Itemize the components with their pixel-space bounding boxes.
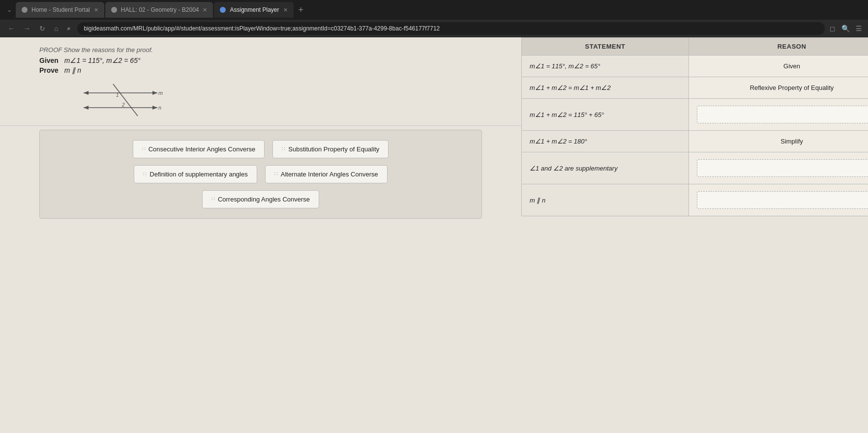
address-input[interactable]	[77, 22, 825, 35]
proof-table-area: STATEMENT REASON m∠1 = 115°, m∠2 = 65° G…	[521, 37, 868, 433]
tab1-label: Home - Student Portal	[31, 6, 90, 13]
toolbar-icons: ◻ 🔍 ☰	[830, 25, 862, 32]
statement-2: m∠1 + m∠2 = m∠1 + m∠2	[522, 77, 689, 99]
drag-handle-icon: ∷	[142, 146, 146, 152]
tab1-close[interactable]: ✕	[94, 7, 98, 13]
col-statement-header: STATEMENT	[522, 38, 689, 56]
tile-substitution-label: Substitution Property of Equality	[288, 145, 379, 153]
tab2-label: HALL: 02 - Geometry - B2004	[121, 6, 199, 13]
drag-row-3: ∷ Corresponding Angles Converse	[202, 190, 319, 208]
tab1-icon	[22, 7, 28, 13]
new-tab-button[interactable]: +	[295, 3, 308, 17]
statement-1-text: m∠1 = 115°, m∠2 = 65°	[530, 62, 600, 70]
drag-handle-icon-2: ∷	[282, 146, 285, 152]
prove-label: Prove	[39, 66, 59, 74]
given-label: Given	[39, 57, 59, 64]
tile-substitution[interactable]: ∷ Substitution Property of Equality	[272, 140, 389, 158]
statement-1: m∠1 = 115°, m∠2 = 65°	[522, 56, 689, 77]
tile-consecutive-interior-label: Consecutive Interior Angles Converse	[149, 145, 256, 153]
tile-corresponding[interactable]: ∷ Corresponding Angles Converse	[202, 190, 319, 208]
col-reason-header: REASON	[689, 38, 868, 56]
tab3-label: Assignment Player	[230, 6, 279, 13]
proof-prove: Prove m ∥ n	[39, 66, 482, 74]
reason-2: Reflexive Property of Equality	[689, 77, 868, 99]
tab-hall[interactable]: HALL: 02 - Geometry - B2004 ✕	[105, 2, 213, 18]
statement-5: ∠1 and ∠2 are supplementary	[522, 152, 689, 184]
reason-4: Simplify	[689, 131, 868, 152]
drop-zone-5[interactable]	[697, 159, 868, 177]
svg-text:1: 1	[116, 92, 119, 98]
proof-header: PROOF Show the reasons for the proof. Gi…	[0, 41, 521, 126]
menu-icon[interactable]: ☰	[856, 25, 862, 32]
prove-value: m ∥ n	[64, 66, 81, 74]
drag-handle-icon-5: ∷	[211, 196, 215, 202]
statement-5-text: ∠1 and ∠2 are supplementary	[530, 165, 618, 172]
svg-marker-3	[152, 91, 157, 95]
tab2-icon	[111, 7, 117, 13]
table-row: m∠1 + m∠2 = 115° + 65°	[522, 99, 868, 131]
extensions-icon[interactable]: ◻	[830, 25, 836, 32]
tab3-icon	[220, 7, 226, 13]
statement-4: m∠1 + m∠2 = 180°	[522, 131, 689, 152]
reason-5-dropzone[interactable]	[689, 152, 868, 184]
svg-marker-6	[84, 106, 89, 110]
statement-6-text: m ∥ n	[530, 197, 545, 204]
tab-bar: ⌄ Home - Student Portal ✕ HALL: 02 - Geo…	[0, 0, 868, 20]
reason-4-text: Simplify	[780, 138, 803, 145]
home-button[interactable]: ⌂	[52, 24, 60, 33]
forward-button[interactable]: →	[22, 24, 32, 33]
search-icon[interactable]: 🔍	[841, 25, 850, 32]
statement-4-text: m∠1 + m∠2 = 180°	[530, 138, 587, 145]
drop-zone-6[interactable]	[697, 191, 868, 209]
tab2-close[interactable]: ✕	[203, 7, 207, 13]
drag-row-1: ∷ Consecutive Interior Angles Converse ∷…	[133, 140, 389, 158]
drag-handle-icon-4: ∷	[274, 171, 278, 177]
geometry-diagram: m n 1 2	[69, 79, 167, 118]
reason-1-text: Given	[783, 62, 800, 70]
table-row: m∠1 = 115°, m∠2 = 65° Given	[522, 56, 868, 77]
statement-3-text: m∠1 + m∠2 = 115° + 65°	[530, 111, 604, 118]
tile-corresponding-label: Corresponding Angles Converse	[218, 196, 310, 203]
tile-definition-supplementary[interactable]: ∷ Definition of supplementary angles	[134, 165, 257, 183]
drag-handle-icon-3: ∷	[143, 171, 147, 177]
left-area: PROOF Show the reasons for the proof. Gi…	[0, 37, 521, 433]
translate-icon: ≠	[65, 26, 72, 31]
svg-marker-5	[84, 91, 89, 95]
proof-instruction: PROOF Show the reasons for the proof.	[39, 46, 482, 54]
svg-text:n: n	[158, 105, 161, 111]
table-row: m∠1 + m∠2 = 180° Simplify	[522, 131, 868, 152]
tab3-close[interactable]: ✕	[283, 7, 288, 13]
tab-assignment[interactable]: Assignment Player ✕	[214, 2, 293, 18]
table-row: m ∥ n	[522, 184, 868, 216]
proof-table: STATEMENT REASON m∠1 = 115°, m∠2 = 65° G…	[521, 37, 868, 216]
reason-6-dropzone[interactable]	[689, 184, 868, 216]
tile-alternate-interior[interactable]: ∷ Alternate Interior Angles Converse	[265, 165, 388, 183]
drag-tiles-area: ∷ Consecutive Interior Angles Converse ∷…	[39, 130, 482, 219]
reload-button[interactable]: ↻	[37, 24, 47, 33]
statement-3: m∠1 + m∠2 = 115° + 65°	[522, 99, 689, 131]
address-bar: ← → ↻ ⌂ ≠ ◻ 🔍 ☰	[0, 20, 868, 37]
given-value: m∠1 = 115°, m∠2 = 65°	[64, 57, 141, 64]
statement-6: m ∥ n	[522, 184, 689, 216]
tile-alternate-interior-label: Alternate Interior Angles Converse	[281, 171, 378, 178]
proof-given: Given m∠1 = 115°, m∠2 = 65°	[39, 57, 482, 64]
reason-3-dropzone[interactable]	[689, 99, 868, 131]
drop-zone-3[interactable]	[697, 106, 868, 123]
tab-back-arrow[interactable]: ⌄	[4, 4, 15, 15]
svg-text:2: 2	[121, 102, 125, 108]
statement-2-text: m∠1 + m∠2 = m∠1 + m∠2	[530, 84, 611, 91]
svg-line-2	[113, 84, 138, 116]
browser-chrome: ⌄ Home - Student Portal ✕ HALL: 02 - Geo…	[0, 0, 868, 37]
svg-text:m: m	[158, 90, 163, 96]
content-area: PROOF Show the reasons for the proof. Gi…	[0, 37, 868, 433]
table-row: ∠1 and ∠2 are supplementary	[522, 152, 868, 184]
diagram-svg: m n 1 2	[69, 79, 167, 118]
tab-home[interactable]: Home - Student Portal ✕	[16, 2, 104, 18]
tile-consecutive-interior[interactable]: ∷ Consecutive Interior Angles Converse	[133, 140, 265, 158]
main-content: PROOF Show the reasons for the proof. Gi…	[0, 37, 868, 433]
table-row: m∠1 + m∠2 = m∠1 + m∠2 Reflexive Property…	[522, 77, 868, 99]
tile-definition-supplementary-label: Definition of supplementary angles	[150, 171, 247, 178]
reason-2-text: Reflexive Property of Equality	[750, 84, 834, 91]
drag-row-2: ∷ Definition of supplementary angles ∷ A…	[134, 165, 387, 183]
back-button[interactable]: ←	[6, 24, 17, 33]
